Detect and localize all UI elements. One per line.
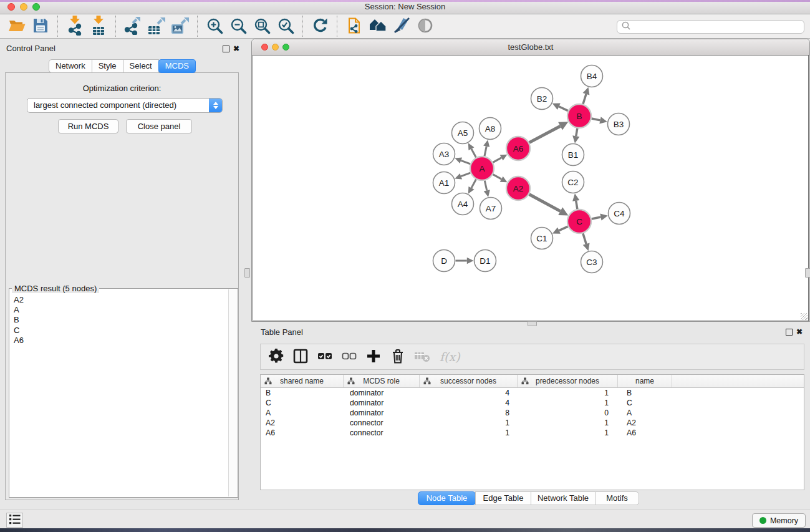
table-row-B[interactable]: Bdominator41B [261, 388, 804, 398]
tab-style[interactable]: Style [92, 59, 123, 73]
open-session-button[interactable] [5, 15, 29, 37]
graph-node-B[interactable]: B [567, 104, 591, 128]
table-row-A[interactable]: Adominator80A [261, 408, 804, 418]
result-item[interactable]: A2 [14, 295, 228, 305]
columns-button[interactable] [291, 347, 310, 367]
cell[interactable]: 4 [420, 389, 518, 397]
edge-A-A4[interactable] [471, 180, 476, 188]
tab-edge-table[interactable]: Edge Table [475, 491, 531, 505]
table-row-A2[interactable]: A2connector11A2 [261, 418, 804, 428]
graph-node-A[interactable]: A [470, 157, 494, 180]
edge-A-A8[interactable] [485, 147, 486, 157]
tab-network-table[interactable]: Network Table [531, 491, 595, 505]
edge-A2-C[interactable] [529, 195, 561, 211]
export-network-button[interactable] [121, 15, 145, 37]
result-item[interactable]: A [14, 305, 228, 315]
cell[interactable]: A2 [618, 418, 672, 427]
control-panel-close-icon[interactable]: ✖ [233, 45, 239, 52]
cell[interactable]: dominator [344, 399, 420, 407]
column-header-MCDS-role[interactable]: MCDS role [344, 375, 420, 387]
network-canvas[interactable]: AA1A2A3A4A5A6A7A8BB1B2B3B4CC1C2C3C4DD1 [253, 55, 809, 321]
cell[interactable]: A6 [618, 428, 672, 437]
cell[interactable]: dominator [344, 409, 420, 417]
table-panel-float-icon[interactable] [786, 329, 793, 336]
graph-node-A6[interactable]: A6 [506, 137, 530, 160]
add-row-button[interactable] [364, 347, 383, 367]
cell[interactable]: 1 [420, 418, 518, 427]
cell[interactable]: 1 [518, 399, 618, 407]
edge-B-B1[interactable] [576, 128, 577, 136]
result-item[interactable]: C [14, 326, 228, 336]
edge-C-C1[interactable] [559, 226, 567, 230]
cell[interactable]: connector [344, 418, 420, 427]
import-table-button[interactable] [87, 15, 110, 37]
show-eye-button[interactable] [413, 15, 437, 37]
edge-A-A1[interactable] [461, 173, 470, 177]
cell[interactable]: C [618, 399, 672, 407]
splitter-grabber-left[interactable] [244, 268, 250, 278]
tab-motifs[interactable]: Motifs [595, 491, 639, 505]
save-session-button[interactable] [29, 15, 52, 37]
window-resize-handle[interactable] [801, 313, 808, 320]
result-scrollbar[interactable] [228, 289, 237, 496]
delete-row-button[interactable] [388, 347, 407, 367]
graph-node-A3[interactable]: A3 [433, 143, 455, 165]
hide-annotations-button[interactable] [390, 15, 413, 37]
search-input[interactable] [631, 22, 804, 32]
table-row-A6[interactable]: A6connector11A6 [261, 428, 804, 438]
graph-node-B2[interactable]: B2 [531, 88, 553, 110]
cell[interactable]: 0 [518, 409, 618, 417]
tab-node-table[interactable]: Node Table [418, 491, 476, 505]
splitter-grabber-horizontal[interactable] [528, 321, 537, 326]
edge-A-A6[interactable] [493, 158, 502, 163]
zoom-fit-button[interactable] [250, 15, 274, 37]
cell[interactable]: 1 [420, 428, 518, 437]
edge-A-A2[interactable] [493, 175, 502, 180]
cell[interactable]: 1 [518, 389, 618, 397]
table-panel-close-icon[interactable]: ✖ [796, 328, 803, 336]
graph-node-A8[interactable]: A8 [480, 118, 501, 140]
edge-A-A3[interactable] [461, 160, 470, 164]
column-header-successor-nodes[interactable]: successor nodes [420, 375, 518, 387]
cell[interactable]: connector [344, 428, 420, 437]
export-image-button[interactable] [168, 15, 192, 37]
edge-B-B3[interactable] [592, 118, 600, 120]
zoom-in-button[interactable] [203, 15, 226, 37]
cell[interactable]: 4 [420, 399, 518, 407]
cell[interactable]: B [261, 389, 344, 397]
column-header-shared-name[interactable]: shared name [261, 375, 344, 387]
export-table-button[interactable] [145, 15, 168, 37]
graph-node-A5[interactable]: A5 [452, 122, 474, 144]
graph-node-D[interactable]: D [433, 250, 455, 272]
edge-C-C3[interactable] [583, 233, 586, 244]
result-item[interactable]: B [14, 315, 228, 325]
refresh-button[interactable] [308, 15, 332, 37]
run-mcds-button[interactable]: Run MCDS [58, 119, 118, 133]
edge-B-B2[interactable] [559, 107, 568, 111]
gear-button[interactable] [267, 347, 286, 367]
criterion-dropdown[interactable]: largest connected component (directed) [27, 98, 223, 113]
graph-node-D1[interactable]: D1 [475, 250, 496, 272]
column-header-name[interactable]: name [618, 375, 672, 387]
search-box[interactable] [617, 20, 804, 34]
edge-B-B4[interactable] [583, 94, 586, 104]
edge-C-C2[interactable] [576, 201, 577, 209]
cell[interactable]: A6 [261, 428, 344, 437]
cell[interactable]: C [261, 399, 344, 407]
graph-node-C1[interactable]: C1 [531, 228, 553, 249]
memory-button[interactable]: Memory [752, 513, 806, 528]
graph-node-C2[interactable]: C2 [562, 172, 584, 193]
graph-node-C3[interactable]: C3 [581, 251, 603, 273]
home-view-button[interactable] [366, 15, 390, 37]
zoom-selected-button[interactable] [274, 15, 297, 37]
tab-select[interactable]: Select [123, 59, 159, 73]
edge-A-A7[interactable] [485, 181, 486, 191]
graph-node-C4[interactable]: C4 [609, 203, 630, 225]
network-snapshot-button[interactable] [342, 15, 366, 37]
cell[interactable]: 1 [518, 428, 618, 437]
edge-A6-B[interactable] [529, 126, 561, 142]
graph-node-C[interactable]: C [567, 210, 591, 233]
cell[interactable]: B [618, 389, 672, 397]
graph-node-A2[interactable]: A2 [506, 177, 530, 200]
task-history-button[interactable] [6, 513, 23, 528]
